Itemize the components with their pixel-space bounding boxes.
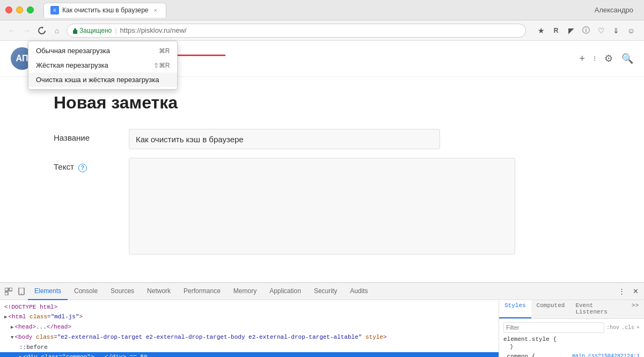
tab-title: Как очистить кэш в браузере <box>62 6 149 14</box>
style-rule-common-name: .common { main.css?1504282124:1 <box>503 353 640 357</box>
device-toolbar-button[interactable] <box>15 285 28 298</box>
search-button[interactable]: 🔍 <box>621 53 633 64</box>
close-devtools-button[interactable]: ✕ <box>629 285 642 298</box>
style-rule-element: element.style { } <box>503 336 640 350</box>
tab-network[interactable]: Network <box>141 283 177 300</box>
devtools-tabs: Elements Console Sources Network Perform… <box>28 283 615 300</box>
code-line-html: ▶<html class="mdl-js"> <box>0 312 499 322</box>
name-label: Название <box>54 129 129 142</box>
tab-close-button[interactable]: × <box>152 6 159 14</box>
code-line-doctype: <!DOCTYPE html> <box>0 302 499 312</box>
home-button[interactable]: ⌂ <box>52 25 62 36</box>
filter-hov[interactable]: :hov <box>606 325 619 331</box>
tab-performance[interactable]: Performance <box>177 283 227 300</box>
url-separator: | <box>115 26 116 34</box>
add-button[interactable]: + <box>579 53 585 64</box>
devtools-tab-actions: ⋮ ✕ <box>615 285 642 298</box>
address-bar: ← → ⌂ Защищено | https://pisklov.ru/new/… <box>0 20 644 41</box>
reader-button[interactable]: R <box>550 24 562 37</box>
filter-cls[interactable]: .cls <box>621 325 634 331</box>
filter-row: :hov .cls + <box>503 322 640 333</box>
style-rule-element-close: } <box>503 344 640 350</box>
style-rule-common: .common { main.css?1504282124:1 margin:▶… <box>503 353 640 357</box>
filter-add[interactable]: + <box>636 325 640 331</box>
reload-button[interactable] <box>36 25 47 36</box>
inspect-element-button[interactable] <box>2 285 15 298</box>
url-text: https://pisklov.ru/new/ <box>120 26 187 34</box>
user-label: Александро <box>595 6 633 14</box>
text-form-row: Текст ? <box>54 158 590 254</box>
code-line-before: ::before <box>0 343 499 352</box>
toolbar-icons: ★ R ◤ ⓘ ♡ ⇓ ☺ <box>535 24 638 37</box>
tab-memory[interactable]: Memory <box>227 283 263 300</box>
hard-reload-item[interactable]: Жёсткая перезагрузка ⇧⌘R <box>28 58 177 72</box>
tab-security[interactable]: Security <box>308 283 343 300</box>
header-actions: + ⁝ ⚙ 🔍 <box>579 53 633 64</box>
clear-cache-reload-item[interactable]: Очистка кэша и жёсткая перезагрузка <box>28 72 177 87</box>
extensions-button[interactable]: ◤ <box>565 24 577 37</box>
settings-button[interactable]: ⚙ <box>604 53 613 64</box>
help-icon[interactable]: ? <box>78 164 87 172</box>
name-input[interactable] <box>129 129 440 149</box>
styles-panel: Styles Computed Event Listeners >> :hov … <box>499 300 644 357</box>
style-source-link[interactable]: main.css?1504282124:1 <box>572 353 640 357</box>
profile-button[interactable]: ☺ <box>625 24 638 37</box>
close-button[interactable] <box>5 6 12 13</box>
svg-rect-5 <box>5 292 8 295</box>
svg-rect-4 <box>9 288 12 291</box>
code-line-head: ▶<head>...</head> <box>0 322 499 332</box>
page-main: Новая заметка Название Текст ? <box>0 77 644 279</box>
page-heading: Новая заметка <box>54 93 590 113</box>
svg-point-7 <box>21 293 22 294</box>
elements-panel: <!DOCTYPE html> ▶<html class="mdl-js"> ▶… <box>0 300 499 357</box>
secure-indicator: Защищено <box>72 27 112 34</box>
filter-input[interactable] <box>503 322 604 333</box>
devtools: Elements Console Sources Network Perform… <box>0 282 644 357</box>
more-options-button[interactable]: ⋮ <box>615 285 628 298</box>
code-line-body: ▼<body class="e2-external-drop-target e2… <box>0 332 499 343</box>
tab-console[interactable]: Console <box>68 283 104 300</box>
traffic-lights <box>5 6 34 13</box>
tab-event-listeners[interactable]: Event Listeners <box>570 300 626 318</box>
svg-rect-3 <box>5 288 8 291</box>
reload-menu: Обычная перезагрузка ⌘R Жёсткая перезагр… <box>28 41 178 90</box>
grid-button[interactable]: ⁝ <box>594 54 596 63</box>
browser-tab[interactable]: К Как очистить кэш в браузере × <box>43 3 166 18</box>
action1-button[interactable]: ♡ <box>595 24 608 37</box>
bookmark-star-button[interactable]: ★ <box>535 24 547 37</box>
tab-application[interactable]: Application <box>263 283 308 300</box>
forward-button[interactable]: → <box>21 25 32 36</box>
info-button[interactable]: ⓘ <box>580 24 592 37</box>
back-button[interactable]: ← <box>6 25 17 36</box>
name-form-row: Название <box>54 129 590 149</box>
devtools-toolbar: Elements Console Sources Network Perform… <box>0 283 644 300</box>
style-rule-element-name: element.style { <box>503 336 640 343</box>
minimize-button[interactable] <box>16 6 23 13</box>
styles-content: :hov .cls + element.style { } .common { … <box>499 319 644 357</box>
text-textarea[interactable] <box>129 158 515 254</box>
styles-tabs: Styles Computed Event Listeners >> <box>499 300 644 319</box>
tab-elements[interactable]: Elements <box>28 283 68 300</box>
tab-bar: К Как очистить кэш в браузере × <box>43 3 595 18</box>
tab-sources[interactable]: Sources <box>104 283 141 300</box>
browser-titlebar: К Как очистить кэш в браузере × Александ… <box>0 0 644 20</box>
tab-audits[interactable]: Audits <box>343 283 374 300</box>
url-bar[interactable]: Защищено | https://pisklov.ru/new/ <box>67 24 526 38</box>
code-line-div-common[interactable]: ▶<div class="common">...</div> == $0 <box>0 352 499 357</box>
svg-rect-0 <box>73 30 77 34</box>
normal-reload-item[interactable]: Обычная перезагрузка ⌘R <box>28 43 177 58</box>
tab-computed[interactable]: Computed <box>531 300 570 318</box>
download-button[interactable]: ⇓ <box>610 24 623 37</box>
tab-favicon: К <box>50 6 59 14</box>
devtools-body: <!DOCTYPE html> ▶<html class="mdl-js"> ▶… <box>0 300 644 357</box>
tab-styles[interactable]: Styles <box>499 300 531 318</box>
tab-more-styles[interactable]: >> <box>626 300 644 318</box>
fullscreen-button[interactable] <box>27 6 34 13</box>
text-label: Текст ? <box>54 158 129 172</box>
